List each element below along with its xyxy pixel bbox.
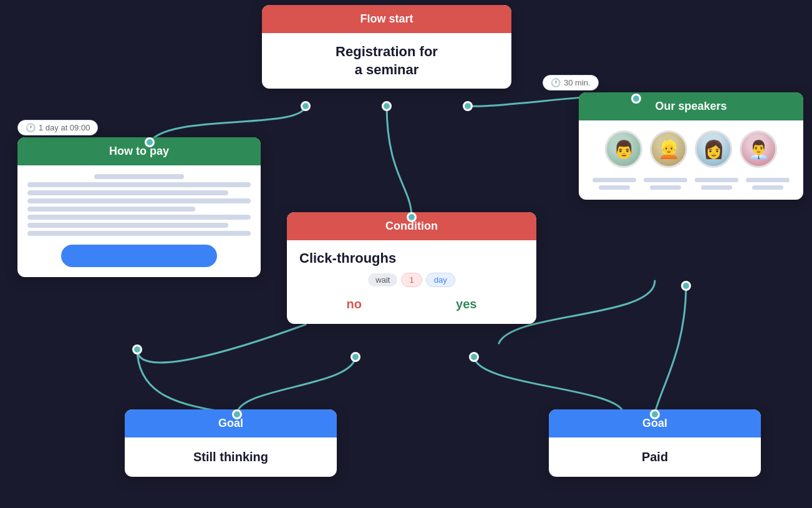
answer-no: no — [347, 297, 362, 311]
avatar-1: 👨 — [605, 130, 642, 168]
condition-title: Click-throughs — [299, 250, 524, 266]
line-8 — [27, 231, 251, 236]
condition-answers: no yes — [299, 297, 524, 311]
how-to-pay-header: How to pay — [17, 137, 261, 165]
goal-left-body: Still thinking — [125, 437, 337, 477]
line-6 — [27, 215, 251, 220]
flow-start-node[interactable]: Flow start Registration fora seminar — [262, 5, 511, 89]
avatar-2: 👱 — [650, 130, 687, 168]
dot-goal-left-top — [232, 409, 242, 419]
line-2 — [27, 182, 251, 187]
speaker-lines — [589, 178, 793, 190]
wait-unit: day — [426, 273, 455, 287]
pay-button[interactable] — [61, 245, 218, 267]
condition-body: Click-throughs wait 1 day no yes — [287, 240, 536, 324]
flow-start-header: Flow start — [262, 5, 511, 33]
goal-right-node[interactable]: Goal Paid — [549, 409, 761, 477]
content-lines — [27, 174, 251, 236]
dot-flow-right — [463, 101, 473, 111]
avatar-4: 👨‍💼 — [740, 130, 777, 168]
dot-condition-no — [350, 352, 360, 362]
speakers-header: Our speakers — [579, 92, 803, 120]
goal-left-header: Goal — [125, 409, 337, 437]
dot-how-to-pay-bottom — [132, 344, 142, 354]
dot-condition-top — [407, 212, 417, 222]
dot-how-to-pay-top — [145, 137, 155, 147]
avatar-3: 👩 — [695, 130, 732, 168]
speakers-body: 👨 👱 👩 👨‍💼 — [579, 120, 803, 200]
goal-right-body: Paid — [549, 437, 761, 477]
dot-condition-yes — [469, 352, 479, 362]
wait-number: 1 — [401, 273, 422, 287]
timer-label-1: 1 day at 09:00 — [39, 123, 90, 132]
condition-node[interactable]: Condition Click-throughs wait 1 day no y… — [287, 212, 536, 324]
flow-start-body: Registration fora seminar — [262, 33, 511, 89]
speakers-node[interactable]: Our speakers 👨 👱 👩 👨‍💼 — [579, 92, 803, 200]
how-to-pay-node[interactable]: How to pay — [17, 137, 261, 277]
timer-badge-how-to-pay: 🕐 1 day at 09:00 — [17, 120, 98, 135]
dot-speakers-top — [631, 94, 641, 104]
clock-icon-2: 🕐 — [551, 78, 561, 87]
line-5 — [27, 207, 195, 212]
answer-yes: yes — [456, 297, 476, 311]
timer-label-2: 30 min. — [564, 78, 591, 87]
line-3 — [27, 190, 228, 195]
dot-goal-right-top — [650, 409, 660, 419]
dot-flow-bottom — [382, 101, 392, 111]
line-4 — [27, 198, 251, 203]
line-1 — [94, 174, 183, 179]
dot-speakers-bottom — [681, 281, 691, 291]
timer-badge-speakers: 🕐 30 min. — [543, 75, 599, 90]
line-7 — [27, 223, 228, 228]
goal-left-node[interactable]: Goal Still thinking — [125, 409, 337, 477]
how-to-pay-body — [17, 165, 261, 277]
clock-icon-1: 🕐 — [26, 123, 36, 132]
wait-badges: wait 1 day — [299, 273, 524, 287]
avatars-row: 👨 👱 👩 👨‍💼 — [589, 130, 793, 168]
wait-label: wait — [368, 273, 397, 286]
dot-flow-left — [301, 101, 311, 111]
